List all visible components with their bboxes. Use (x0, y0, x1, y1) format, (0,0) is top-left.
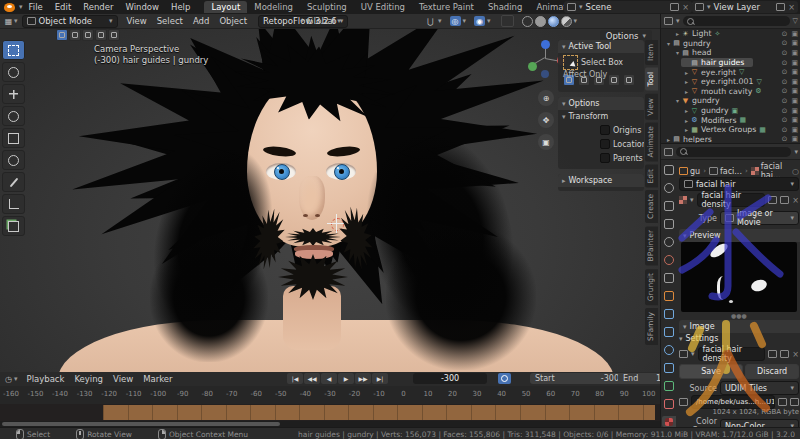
active-tool-header[interactable]: ▾Active Tool (558, 40, 644, 53)
select-intersect-icon[interactable] (108, 29, 120, 41)
menu-item[interactable]: Window (119, 2, 165, 12)
unlink-icon[interactable]: × (792, 196, 799, 205)
outliner-item-label[interactable]: Modifiers (701, 116, 737, 125)
sidebar-tab[interactable]: Animate (645, 122, 658, 161)
physics-tab[interactable] (662, 344, 676, 355)
menu-item[interactable]: File (23, 2, 49, 12)
disclosure-icon[interactable]: ▸ (683, 107, 690, 114)
viewport-canvas[interactable]: Camera Perspective (-300) hair guides | … (0, 28, 660, 372)
hide-eye-icon[interactable]: ⊙ (782, 97, 788, 105)
camera-visibility-icon[interactable]: ▣ (791, 59, 798, 67)
outliner-row[interactable]: ▤ hair guides ⊙ ▣ (661, 58, 800, 68)
wireframe-shading-icon[interactable] (522, 16, 533, 27)
fake-user-shield-icon[interactable] (768, 350, 777, 358)
pan-hand-button[interactable]: ✥ (538, 112, 554, 128)
pin-icon[interactable]: ○ (792, 167, 799, 176)
select-invert-icon[interactable] (608, 74, 620, 86)
workspace-tab[interactable]: UV Editing (354, 1, 412, 13)
hide-eye-icon[interactable]: ⊙ (782, 68, 788, 76)
disclosure-icon[interactable]: ▸ (683, 88, 690, 95)
transport-button[interactable]: |◀ (287, 373, 303, 384)
frame-end-field[interactable]: End 1 (618, 373, 666, 384)
timeline-ruler[interactable]: -160-150-140-130-120-110-100-90-80-70-60… (0, 386, 660, 405)
disclosure-icon[interactable]: ▾ (674, 49, 681, 56)
sidebar-tab[interactable]: Create (645, 190, 658, 223)
hide-eye-icon[interactable]: ⊙ (782, 39, 788, 47)
source-dropdown[interactable]: UDIM Tiles▾ (720, 381, 799, 395)
timeline-menu-item[interactable]: Marker (138, 374, 177, 384)
transport-button[interactable]: ▶| (372, 373, 388, 384)
orientation-widget[interactable]: ⌖ Global ▾ (300, 16, 341, 26)
editor-type-icon[interactable]: ▦ (3, 16, 14, 26)
outliner-row[interactable]: ▸ ▽ eye.right ▽ ⊙ ▣ (661, 67, 800, 77)
new-scene-icon[interactable] (670, 3, 679, 11)
outliner-row[interactable]: ▸ ▽ mouth cavity ⚙ ⊙ ▣ (661, 87, 800, 97)
sidebar-tab[interactable]: Edit (645, 165, 658, 188)
outliner-item-label[interactable]: mouth cavity (701, 87, 752, 96)
hide-eye-icon[interactable]: ⊙ (782, 87, 788, 95)
texture-tab[interactable] (662, 416, 676, 427)
outliner-row[interactable]: ▾ ▤ head ⊙ ▣ (661, 48, 800, 58)
cursor-tool[interactable] (2, 62, 25, 82)
outliner-row[interactable]: ▸ ▽ eye.right.001 ▽ ⊙ ▣ (661, 77, 800, 87)
hide-eye-icon[interactable]: ⊙ (782, 116, 788, 124)
outliner-search[interactable] (683, 16, 790, 26)
reload-icon[interactable] (790, 398, 799, 406)
outliner-row[interactable]: ▸ ▦ Vertex Groups ▦ ⊙ ▣ (661, 125, 800, 135)
select-invert-icon[interactable] (95, 29, 107, 41)
outliner-item-label[interactable]: gundry (692, 96, 720, 105)
scale-tool[interactable] (2, 128, 25, 148)
texture-name-field[interactable]: facial hair density (697, 193, 766, 207)
disclosure-icon[interactable]: ▸ (683, 69, 690, 76)
workspace-tab[interactable]: Layout (204, 1, 247, 13)
image-thumbnail-icon[interactable] (679, 398, 688, 406)
disclosure-icon[interactable]: ▾ (674, 97, 681, 104)
output-tab[interactable] (662, 200, 676, 211)
view-layer-name[interactable]: View Layer (714, 2, 774, 12)
hide-eye-icon[interactable]: ⊙ (782, 126, 788, 134)
select-set-icon[interactable] (56, 29, 68, 41)
save-button[interactable]: Save (679, 364, 743, 379)
texture-slot-dropdown[interactable]: facial hair ▾ (679, 177, 799, 191)
image-panel-header[interactable]: ▾Image (679, 320, 800, 333)
camera-visibility-icon[interactable]: ▣ (791, 116, 798, 124)
transform-header[interactable]: ▾Transform (558, 110, 644, 123)
menu-item[interactable]: Edit (49, 2, 77, 12)
data-tab[interactable] (662, 380, 676, 391)
camera-view-button[interactable]: ▣ (538, 134, 554, 150)
resize-grip[interactable]: ●●● (731, 312, 747, 319)
sidebar-tab[interactable]: BPainter (645, 226, 658, 265)
view-layer-tab[interactable] (662, 218, 676, 229)
workspace-tab[interactable]: Sculpting (300, 1, 354, 13)
timeline-menu-item[interactable]: Playback (22, 374, 70, 384)
select-extend-icon[interactable] (69, 29, 81, 41)
sidebar-tab[interactable]: Tool (645, 68, 658, 91)
type-dropdown[interactable]: Image or Movie▾ (720, 211, 799, 225)
sidebar-tab[interactable]: Grungit (645, 269, 658, 305)
outliner-row[interactable]: ▾ ▼ gundry ⊙ ▣ (661, 96, 800, 106)
rotate-tool[interactable] (2, 106, 25, 126)
outliner-item-label[interactable]: gundry (683, 39, 711, 48)
viewport-menu-item[interactable]: Add (188, 16, 214, 26)
select-box-tool[interactable] (2, 40, 25, 60)
object-tab[interactable] (662, 290, 676, 301)
camera-visibility-icon[interactable]: ▣ (791, 39, 798, 47)
settings-subheader[interactable]: ▾Settings (679, 334, 799, 343)
disclosure-icon[interactable]: ▸ (683, 78, 690, 85)
sidebar-tab[interactable]: View (645, 94, 658, 120)
frame-start-field[interactable]: Start -300 (530, 373, 624, 384)
camera-visibility-icon[interactable]: ▣ (791, 87, 798, 95)
outliner-item-label[interactable]: Light (692, 29, 711, 38)
gizmo-z-axis[interactable] (541, 40, 550, 49)
menu-item[interactable]: Help (165, 2, 196, 12)
copy-icon[interactable] (780, 196, 789, 204)
proportional-edit-icon[interactable]: ◎ (450, 16, 461, 26)
select-subtract-icon[interactable] (82, 29, 94, 41)
checkbox-icon[interactable] (600, 125, 610, 135)
outliner-row[interactable]: ▸ ☀ Light ✧ ⊙ ▣ (661, 29, 800, 39)
disclosure-icon[interactable]: ▸ (683, 117, 690, 124)
snap-magnet-icon[interactable]: ⋃ (425, 16, 436, 26)
close-icon[interactable]: × (788, 3, 795, 12)
collection-tab[interactable] (662, 272, 676, 283)
menu-item[interactable]: Render (77, 2, 119, 12)
